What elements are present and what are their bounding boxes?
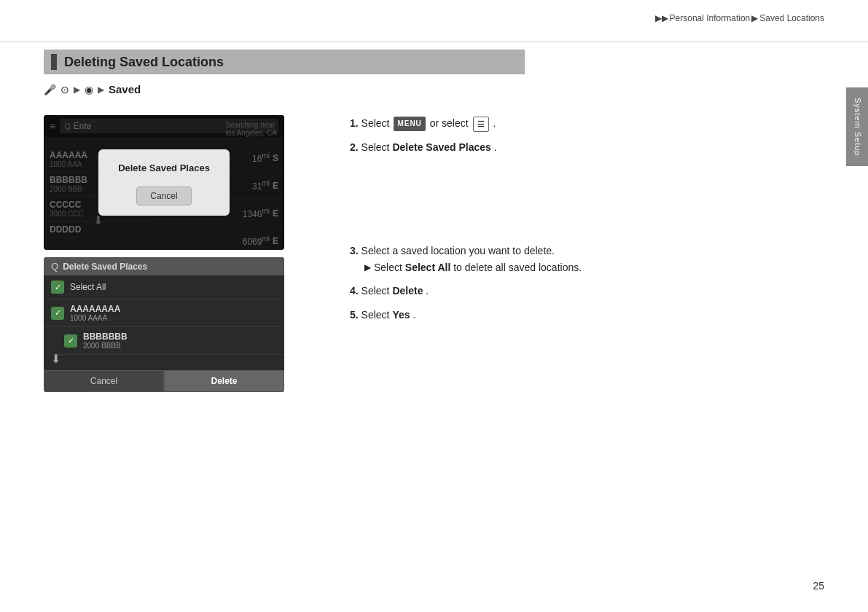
step-4-bold: Delete — [392, 285, 423, 297]
item-title: BBBBBBB — [83, 332, 128, 342]
step-2-num: 2. — [350, 141, 359, 153]
search-icon-2: Q — [51, 261, 58, 272]
compass-icon: ◉ — [85, 84, 93, 95]
step-3-num: 3. — [350, 245, 359, 256]
breadcrumb: ▶▶ Personal Information ▶ Saved Location… — [655, 13, 824, 23]
modal-title: Delete Saved Places — [116, 162, 212, 173]
screen-2-footer: Cancel Delete — [44, 370, 284, 392]
select-all-label: Select All — [70, 282, 106, 292]
home-icon: ⊙ — [60, 84, 69, 95]
nav-path: 🎤 ⊙ ▶ ◉ ▶ Saved — [44, 83, 824, 95]
step-2-bold: Delete Saved Places — [392, 141, 490, 153]
step-2-period: . — [494, 141, 497, 153]
modal-cancel-button[interactable]: Cancel — [136, 187, 191, 205]
section-title: Deleting Saved Locations — [64, 55, 224, 70]
modal-box: Delete Saved Places Cancel — [98, 149, 230, 216]
step-1-text-before: Select — [361, 117, 393, 129]
screen-1: ≡ Q Ente Searching nearlos Angeles, CA A… — [44, 115, 284, 250]
screen-2: Q Delete Saved Places ✓ Select All ✓ AAA… — [44, 257, 284, 392]
item-sub: 1000 AAAA — [70, 314, 120, 322]
instruction-step-2: 2. Select Delete Saved Places . — [350, 139, 795, 155]
step-3-bullet: ▶ Select Select All to delete all saved … — [364, 259, 795, 275]
sidebar-tab: System Setup — [846, 87, 868, 166]
breadcrumb-part1: Personal Information — [670, 13, 751, 23]
step-1-text-middle: or select — [430, 117, 472, 129]
step-1-num: 1. — [350, 117, 359, 129]
section-header-bar — [51, 54, 57, 70]
screen-2-list-item[interactable]: ✓ BBBBBBB 2000 BBBB — [57, 327, 284, 355]
bullet-arrow: ▶ — [364, 261, 371, 275]
header-bar: ▶▶ Personal Information ▶ Saved Location… — [0, 0, 868, 42]
item-info: AAAAAAAA 1000 AAAA — [70, 304, 120, 322]
cancel-button[interactable]: Cancel — [44, 370, 164, 392]
step-4-text: Select — [361, 285, 393, 297]
step-5-num: 5. — [350, 309, 359, 321]
nav-arrow-1: ▶ — [74, 85, 80, 95]
item-sub: 2000 BBBB — [83, 342, 128, 350]
instruction-step-3: 3. Select a saved location you want to d… — [350, 243, 795, 275]
step-2-text: Select — [361, 141, 393, 153]
screen-2-title: Delete Saved Places — [63, 262, 147, 272]
select-all-item[interactable]: ✓ Select All — [44, 275, 284, 299]
nav-path-saved: Saved — [109, 83, 141, 95]
instruction-step-1: 1. Select MENU or select ☰ . — [350, 115, 795, 132]
screen-2-list: ✓ Select All ✓ AAAAAAAA 1000 AAAA ⬇ ✓ — [44, 275, 284, 355]
breadcrumb-arrows: ▶▶ — [655, 13, 668, 23]
section-header: Deleting Saved Locations — [44, 50, 525, 74]
list-icon: ☰ — [473, 117, 489, 133]
step-5-text: Select — [361, 309, 393, 321]
instruction-step-5: 5. Select Yes . — [350, 307, 795, 323]
item-title: AAAAAAAA — [70, 304, 120, 314]
check-icon: ✓ — [64, 334, 77, 348]
item-info: BBBBBBB 2000 BBBB — [83, 332, 128, 350]
sidebar-tab-label: System Setup — [853, 98, 862, 156]
scroll-indicator-2: ⬇ — [51, 352, 60, 366]
main-content: Deleting Saved Locations 🎤 ⊙ ▶ ◉ ▶ Saved… — [44, 50, 824, 568]
instruction-step-4: 4. Select Delete . — [350, 283, 795, 299]
screen-2-header: Q Delete Saved Places — [44, 257, 284, 275]
nav-arrow-2: ▶ — [98, 85, 104, 95]
check-icon: ✓ — [51, 307, 64, 320]
breadcrumb-part2: Saved Locations — [759, 13, 824, 23]
step-4-num: 4. — [350, 285, 359, 297]
step-3-text: Select a saved location you want to dele… — [361, 245, 555, 256]
modal-overlay: Delete Saved Places Cancel — [44, 115, 284, 250]
screen-2-list-item[interactable]: ✓ AAAAAAAA 1000 AAAA — [44, 299, 284, 327]
breadcrumb-arrow1: ▶ — [751, 13, 758, 23]
screenshots-column: ≡ Q Ente Searching nearlos Angeles, CA A… — [44, 115, 339, 392]
step-5-period: . — [413, 309, 415, 321]
check-icon-select-all: ✓ — [51, 280, 64, 294]
step-3-bullet-text: Select Select All to delete all saved lo… — [374, 259, 582, 275]
page-number: 25 — [813, 580, 824, 592]
delete-button[interactable]: Delete — [164, 370, 284, 392]
step-5-bold: Yes — [392, 309, 410, 321]
instructions-column: 1. Select MENU or select ☰ . 2. Select D… — [350, 115, 795, 330]
menu-badge: MENU — [394, 117, 425, 131]
mic-icon: 🎤 — [44, 84, 56, 95]
step-1-period: . — [493, 117, 496, 129]
step-4-period: . — [426, 285, 429, 297]
